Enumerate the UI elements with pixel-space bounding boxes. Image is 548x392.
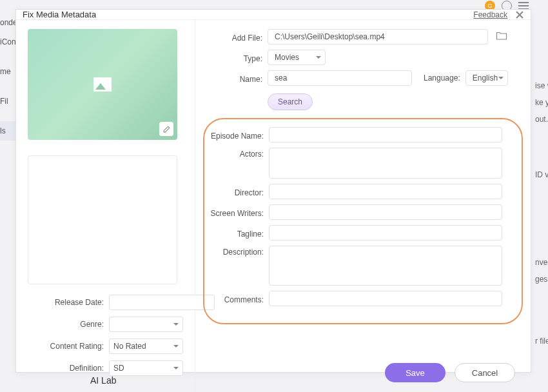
release-date-label: Release Date: bbox=[28, 298, 109, 307]
language-label: Language: bbox=[424, 74, 460, 83]
right-panel: Add File: Type: Movies Name: bbox=[195, 20, 531, 391]
close-icon[interactable] bbox=[515, 10, 524, 19]
chevron-down-icon bbox=[498, 77, 504, 79]
edit-cover-button[interactable] bbox=[159, 122, 173, 136]
comments-label: Comments: bbox=[204, 293, 269, 304]
cover-preview bbox=[28, 29, 177, 140]
genre-label: Genre: bbox=[28, 320, 109, 329]
content-rating-label: Content Rating: bbox=[28, 342, 109, 351]
writers-label: Screen Writers: bbox=[204, 207, 269, 218]
left-panel: Release Date: Genre: Content Rating: No … bbox=[16, 20, 195, 391]
language-select[interactable]: English bbox=[465, 70, 508, 86]
chevron-down-icon bbox=[173, 345, 179, 348]
episode-name-label: Episode Name: bbox=[204, 130, 269, 141]
name-label: Name: bbox=[206, 73, 268, 84]
add-file-input[interactable] bbox=[268, 29, 488, 44]
comments-input[interactable] bbox=[269, 291, 502, 306]
writers-input[interactable] bbox=[269, 204, 502, 220]
tagline-label: Tagline: bbox=[204, 228, 269, 239]
type-label: Type: bbox=[206, 52, 268, 63]
cancel-button[interactable]: Cancel bbox=[455, 363, 515, 382]
definition-select[interactable]: SD bbox=[109, 360, 183, 376]
secondary-preview bbox=[28, 155, 177, 284]
actors-label: Actors: bbox=[204, 148, 269, 159]
genre-select[interactable] bbox=[109, 317, 183, 332]
image-icon bbox=[93, 77, 112, 92]
name-input[interactable] bbox=[268, 70, 412, 86]
add-file-label: Add File: bbox=[206, 32, 268, 43]
fix-metadata-dialog: Fix Media Metadata Feedback Release Date… bbox=[15, 9, 531, 373]
description-label: Description: bbox=[204, 246, 269, 257]
content-rating-select[interactable]: No Rated bbox=[109, 338, 183, 354]
dialog-header: Fix Media Metadata Feedback bbox=[16, 10, 531, 20]
folder-icon[interactable] bbox=[496, 30, 507, 43]
type-select[interactable]: Movies bbox=[268, 50, 326, 65]
bg-right: ise vi ke yo out. ID vi nver ges t r fil… bbox=[535, 77, 548, 349]
tagline-input[interactable] bbox=[269, 225, 502, 240]
chevron-down-icon bbox=[173, 323, 179, 326]
description-input[interactable] bbox=[269, 246, 502, 286]
director-label: Director: bbox=[204, 186, 269, 197]
actors-input[interactable] bbox=[269, 148, 502, 179]
highlighted-metadata-group: Episode Name: Actors: Director: Screen W… bbox=[203, 118, 523, 324]
save-button[interactable]: Save bbox=[385, 363, 445, 382]
chevron-down-icon bbox=[316, 56, 321, 59]
chevron-down-icon bbox=[173, 367, 179, 369]
episode-name-input[interactable] bbox=[269, 127, 502, 142]
definition-label: Definition: bbox=[28, 364, 109, 373]
feedback-link[interactable]: Feedback bbox=[473, 10, 507, 19]
bg-sidebar: onde iCon me Fil ls bbox=[0, 13, 16, 141]
dialog-title: Fix Media Metadata bbox=[23, 10, 96, 19]
search-button[interactable]: Search bbox=[268, 93, 313, 110]
director-input[interactable] bbox=[269, 184, 502, 199]
